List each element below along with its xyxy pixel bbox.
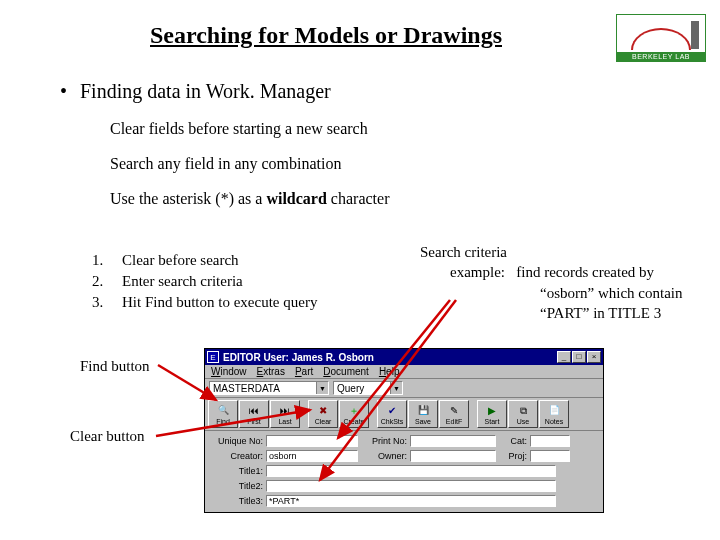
last-button-label: Last <box>278 418 291 425</box>
page-title: Searching for Models or Drawings <box>150 22 502 49</box>
step-2: 2.Enter search criteria <box>92 271 317 292</box>
start-icon <box>485 405 499 417</box>
logo-label: BERKELEY LAB <box>617 52 705 61</box>
use-button[interactable]: Use <box>508 400 538 428</box>
create-button-label: Create <box>343 418 364 425</box>
step-1: 1.Clear before search <box>92 250 317 271</box>
start-button-label: Start <box>485 418 500 425</box>
print-no-input[interactable] <box>410 435 496 447</box>
criteria-example-line3: “PART” in TITLE 3 <box>420 303 682 323</box>
owner-input[interactable] <box>410 450 496 462</box>
logo-tower-icon <box>691 21 699 49</box>
first-button-label: First <box>247 418 261 425</box>
menu-window[interactable]: Window <box>211 366 247 377</box>
table-select-value: MASTERDATA <box>213 383 280 394</box>
start-button[interactable]: Start <box>477 400 507 428</box>
close-button[interactable]: × <box>587 351 601 363</box>
main-bullet-text: Finding data in Work. Manager <box>80 80 331 102</box>
step-1-num: 1. <box>92 250 122 271</box>
save-icon <box>416 405 430 417</box>
mode-select[interactable]: Query ▼ <box>333 381 403 395</box>
form-row-2: Creator: osborn Owner: Proj: <box>208 448 600 463</box>
edit-icon <box>447 405 461 417</box>
print-no-label: Print No: <box>358 436 410 446</box>
proj-label: Proj: <box>496 451 530 461</box>
sub-bullet-wildcard: Use the asterisk (*) as a wildcard chara… <box>110 190 389 208</box>
title3-input[interactable]: *PART* <box>266 495 556 507</box>
wildcard-bold: wildcard <box>266 190 326 207</box>
editor-menubar: Window Extras Part Document Help <box>205 365 603 379</box>
find-button[interactable]: Find <box>208 400 238 428</box>
menu-document[interactable]: Document <box>323 366 369 377</box>
criteria-heading: Search criteria <box>420 242 682 262</box>
form-row-3: Title1: <box>208 463 600 478</box>
bullet-dot-icon: • <box>60 80 80 103</box>
table-select[interactable]: MASTERDATA ▼ <box>209 381 329 395</box>
criteria-example-line2: “osborn” which contain <box>420 283 682 303</box>
criteria-example-line1: example: find records created by <box>420 262 682 282</box>
logo-dome-icon <box>631 28 691 50</box>
notes-icon <box>547 405 561 417</box>
first-button[interactable]: First <box>239 400 269 428</box>
editor-titlebar[interactable]: E EDITOR User: James R. Osborn _ □ × <box>205 349 603 365</box>
unique-no-input[interactable] <box>266 435 358 447</box>
form-row-1: Unique No: Print No: Cat: <box>208 433 600 448</box>
notes-button[interactable]: Notes <box>539 400 569 428</box>
menu-help[interactable]: Help <box>379 366 400 377</box>
step-3-text: Hit Find button to execute query <box>122 292 317 313</box>
form-row-4: Title2: <box>208 478 600 493</box>
first-icon <box>247 405 261 417</box>
menu-part[interactable]: Part <box>295 366 313 377</box>
creator-label: Creator: <box>208 451 266 461</box>
find-button-callout: Find button <box>80 358 150 375</box>
editf-button[interactable]: EditF <box>439 400 469 428</box>
title1-label: Title1: <box>208 466 266 476</box>
step-2-text: Enter search criteria <box>122 271 243 292</box>
clear-button[interactable]: Clear <box>308 400 338 428</box>
find-button-label: Find <box>216 418 230 425</box>
clear-icon <box>316 405 330 417</box>
cat-label: Cat: <box>496 436 530 446</box>
step-2-num: 2. <box>92 271 122 292</box>
last-button[interactable]: Last <box>270 400 300 428</box>
proj-input[interactable] <box>530 450 570 462</box>
use-button-label: Use <box>517 418 529 425</box>
unique-no-label: Unique No: <box>208 436 266 446</box>
use-icon <box>516 405 530 417</box>
steps-list: 1.Clear before search 2.Enter search cri… <box>92 250 317 313</box>
save-button-label: Save <box>415 418 431 425</box>
save-button[interactable]: Save <box>408 400 438 428</box>
sub-bullet-clear: Clear fields before starting a new searc… <box>110 120 368 138</box>
title2-label: Title2: <box>208 481 266 491</box>
chksts-button[interactable]: ChkSts <box>377 400 407 428</box>
editor-title-text: EDITOR User: James R. Osborn <box>223 352 556 363</box>
creator-input[interactable]: osborn <box>266 450 358 462</box>
create-button[interactable]: Create <box>339 400 369 428</box>
title2-input[interactable] <box>266 480 556 492</box>
maximize-button[interactable]: □ <box>572 351 586 363</box>
chksts-button-label: ChkSts <box>381 418 404 425</box>
mode-select-value: Query <box>337 383 364 394</box>
menu-extras[interactable]: Extras <box>257 366 285 377</box>
step-3: 3.Hit Find button to execute query <box>92 292 317 313</box>
title3-label: Title3: <box>208 496 266 506</box>
editor-app-icon: E <box>207 351 219 363</box>
owner-label: Owner: <box>358 451 410 461</box>
editor-window: E EDITOR User: James R. Osborn _ □ × Win… <box>204 348 604 513</box>
criteria-example-text1: find records created by <box>516 264 654 280</box>
search-criteria-block: Search criteria example: find records cr… <box>420 242 682 323</box>
last-icon <box>278 405 292 417</box>
criteria-example-label: example: <box>450 264 505 280</box>
find-icon <box>216 405 230 417</box>
step-1-text: Clear before search <box>122 250 239 271</box>
form-row-5: Title3: *PART* <box>208 493 600 508</box>
wildcard-post: character <box>327 190 390 207</box>
create-icon <box>347 405 361 417</box>
editor-select-row: MASTERDATA ▼ Query ▼ <box>205 379 603 398</box>
step-3-num: 3. <box>92 292 122 313</box>
cat-input[interactable] <box>530 435 570 447</box>
sub-bullet-combo: Search any field in any combination <box>110 155 341 173</box>
minimize-button[interactable]: _ <box>557 351 571 363</box>
chevron-down-icon: ▼ <box>390 382 402 394</box>
title1-input[interactable] <box>266 465 556 477</box>
